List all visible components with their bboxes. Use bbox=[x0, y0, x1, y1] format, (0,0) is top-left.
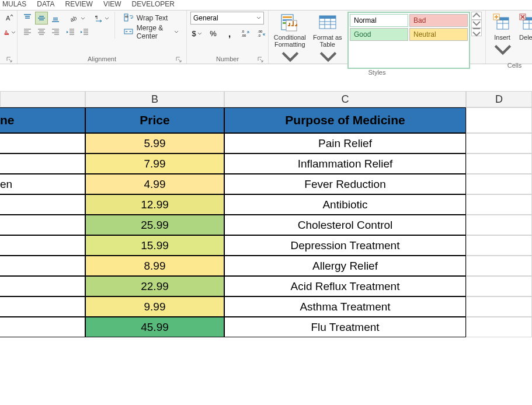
style-good[interactable]: Good bbox=[350, 28, 408, 41]
tab-view[interactable]: VIEW bbox=[103, 0, 121, 8]
cell-purpose[interactable]: Flu Treatment bbox=[224, 317, 466, 337]
header-cell-b[interactable]: Price bbox=[85, 107, 224, 133]
chevron-down-icon bbox=[197, 28, 202, 39]
format-as-table-button[interactable]: Format asTable bbox=[310, 12, 346, 69]
empty-cell[interactable] bbox=[466, 276, 532, 296]
gallery-more[interactable] bbox=[471, 28, 482, 36]
font-group-launcher[interactable] bbox=[5, 55, 13, 64]
cell-price[interactable]: 4.99 bbox=[85, 174, 224, 194]
align-left-button[interactable] bbox=[21, 26, 34, 39]
ribbon-tabs: MULAS DATA REVIEW VIEW DEVELOPER bbox=[0, 0, 532, 11]
cell-price[interactable]: 9.99 bbox=[85, 296, 224, 317]
conditional-formatting-button[interactable]: ConditionalFormatting bbox=[272, 12, 308, 69]
worksheet[interactable]: B C D ne Price Purpose of Medicine 5.99P… bbox=[0, 64, 532, 337]
cell-price[interactable]: 5.99 bbox=[85, 133, 224, 153]
gallery-scroll-up[interactable] bbox=[471, 12, 482, 20]
cell-a[interactable] bbox=[0, 215, 85, 235]
cell-a[interactable]: en bbox=[0, 174, 85, 194]
cell-a[interactable] bbox=[0, 276, 85, 296]
cell-price[interactable]: 8.99 bbox=[85, 256, 224, 276]
alignment-group-launcher[interactable] bbox=[175, 55, 183, 64]
font-color-button[interactable]: A bbox=[4, 26, 16, 39]
gallery-scroll-down[interactable] bbox=[471, 20, 482, 28]
col-header-c[interactable]: C bbox=[224, 91, 466, 107]
cell-a[interactable] bbox=[0, 317, 85, 337]
align-right-button[interactable] bbox=[49, 26, 62, 39]
cell-price[interactable]: 7.99 bbox=[85, 153, 224, 174]
header-cell-c[interactable]: Purpose of Medicine bbox=[224, 107, 466, 133]
number-group-launcher[interactable] bbox=[256, 55, 265, 64]
col-header-a[interactable] bbox=[0, 91, 85, 107]
increase-decimal-button[interactable]: .0.00 bbox=[239, 27, 252, 40]
alignment-group: ab ¶ ab Wrap Text Merge & Center bbox=[18, 11, 187, 64]
cell-purpose[interactable]: Antibiotic bbox=[224, 194, 466, 215]
decrease-decimal-button[interactable]: .00.0 bbox=[256, 27, 269, 40]
svg-rect-2 bbox=[5, 34, 9, 35]
style-neutral[interactable]: Neutral bbox=[409, 28, 468, 41]
tab-data[interactable]: DATA bbox=[37, 0, 54, 8]
decrease-indent-button[interactable] bbox=[64, 26, 77, 39]
align-middle-button[interactable] bbox=[35, 12, 48, 25]
cell-a[interactable] bbox=[0, 296, 85, 317]
cell-purpose[interactable]: Allergy Relief bbox=[224, 256, 466, 276]
wrap-text-button[interactable]: ab Wrap Text bbox=[120, 12, 183, 25]
cell-a[interactable] bbox=[0, 194, 85, 215]
empty-cell[interactable] bbox=[466, 296, 532, 317]
tab-review[interactable]: REVIEW bbox=[65, 0, 93, 8]
cells-group: Insert Delete Cells bbox=[486, 11, 532, 64]
empty-cell[interactable] bbox=[466, 235, 532, 256]
percent-format-button[interactable]: % bbox=[207, 27, 220, 40]
empty-cell[interactable] bbox=[466, 256, 532, 276]
col-header-b[interactable]: B bbox=[85, 91, 224, 107]
cell-purpose[interactable]: Acid Reflux Treatment bbox=[224, 276, 466, 296]
svg-text:ab: ab bbox=[125, 15, 128, 18]
accounting-format-button[interactable]: $ bbox=[190, 27, 203, 40]
header-cell-a[interactable]: ne bbox=[0, 107, 85, 133]
tab-developer[interactable]: DEVELOPER bbox=[132, 0, 175, 8]
cell-price[interactable]: 45.99 bbox=[85, 317, 224, 337]
col-header-d[interactable]: D bbox=[466, 91, 532, 107]
grow-font-button[interactable]: A bbox=[4, 12, 16, 25]
merge-center-button[interactable]: Merge & Center bbox=[120, 26, 183, 39]
number-group-label: Number bbox=[216, 55, 239, 62]
wrap-text-icon: ab bbox=[124, 13, 133, 24]
align-center-button[interactable] bbox=[35, 26, 48, 39]
cell-price[interactable]: 15.99 bbox=[85, 235, 224, 256]
cell-purpose[interactable]: Cholesterol Control bbox=[224, 215, 466, 235]
svg-text:A: A bbox=[6, 15, 11, 22]
cell-a[interactable] bbox=[0, 235, 85, 256]
orientation-button[interactable]: ab bbox=[64, 12, 91, 25]
cell-price[interactable]: 22.99 bbox=[85, 276, 224, 296]
insert-button[interactable]: Insert bbox=[489, 12, 515, 62]
merge-center-icon bbox=[124, 27, 133, 38]
cell-purpose[interactable]: Asthma Treatment bbox=[224, 296, 466, 317]
cell-purpose[interactable]: Pain Relief bbox=[224, 133, 466, 153]
empty-cell[interactable] bbox=[466, 153, 532, 174]
align-bottom-button[interactable] bbox=[49, 12, 62, 25]
cell-a[interactable] bbox=[0, 153, 85, 174]
style-normal[interactable]: Normal bbox=[350, 14, 408, 27]
cell-price[interactable]: 12.99 bbox=[85, 194, 224, 215]
comma-format-button[interactable]: , bbox=[223, 27, 236, 40]
tab-formulas-partial[interactable]: MULAS bbox=[2, 0, 26, 8]
style-bad[interactable]: Bad bbox=[409, 14, 468, 27]
empty-cell[interactable] bbox=[466, 317, 532, 337]
cell-purpose[interactable]: Inflammation Relief bbox=[224, 153, 466, 174]
align-top-button[interactable] bbox=[21, 12, 34, 25]
cell-a[interactable] bbox=[0, 256, 85, 276]
delete-button[interactable]: Delete bbox=[517, 12, 532, 62]
cell-purpose[interactable]: Depression Treatment bbox=[224, 235, 466, 256]
chevron-down-icon bbox=[11, 27, 16, 37]
empty-cell[interactable] bbox=[466, 174, 532, 194]
number-format-dropdown[interactable]: General bbox=[190, 12, 264, 25]
ltr-button[interactable]: ¶ bbox=[93, 12, 110, 25]
empty-cell[interactable] bbox=[466, 133, 532, 153]
empty-cell[interactable] bbox=[466, 194, 532, 215]
increase-indent-button[interactable] bbox=[78, 26, 91, 39]
cell-purpose[interactable]: Fever Reduction bbox=[224, 174, 466, 194]
cell-a[interactable] bbox=[0, 133, 85, 153]
styles-group: ConditionalFormatting Format asTable Nor… bbox=[269, 11, 486, 64]
empty-cell[interactable] bbox=[466, 215, 532, 235]
cell-price[interactable]: 25.99 bbox=[85, 215, 224, 235]
empty-cell[interactable] bbox=[466, 107, 532, 133]
